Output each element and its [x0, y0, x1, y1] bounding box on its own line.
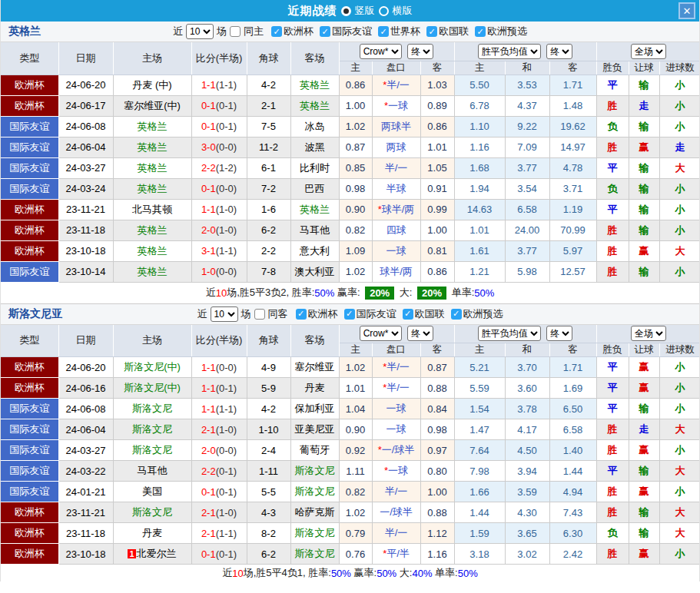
match-row: 国际友谊24-06-04英格兰3-0(0-0)11-2波黑0.87两球1.011…: [1, 137, 700, 157]
same-venue-checkbox[interactable]: [254, 309, 265, 320]
summary-part: 赢率:: [351, 566, 377, 580]
result-outcome: 胜: [596, 261, 629, 282]
handicap-home-odds: 0.79: [339, 523, 372, 544]
odds-home-win: 1.47: [454, 419, 505, 440]
euro-odds-type-select[interactable]: 胜平负均值: [478, 44, 541, 59]
competition-checkbox[interactable]: ✓: [344, 309, 355, 320]
competition-checkbox[interactable]: ✓: [296, 309, 307, 320]
competition-checkbox[interactable]: ✓: [426, 26, 437, 37]
result-handicap: 输: [629, 461, 659, 482]
result-outcome: 胜: [596, 419, 629, 440]
games-label: 场: [217, 25, 227, 38]
recent-count-select[interactable]: 10: [186, 24, 214, 39]
competition-checkbox[interactable]: ✓: [320, 26, 330, 37]
match-date: 23-10-18: [58, 544, 113, 565]
competition-label: 欧洲杯: [284, 25, 314, 38]
bookmaker-select[interactable]: Crow*: [360, 44, 402, 59]
match-date: 23-10-14: [58, 261, 113, 282]
match-date: 23-11-18: [58, 220, 113, 240]
result-goals: 大: [659, 461, 700, 482]
close-button[interactable]: ✕: [678, 2, 695, 19]
handicap-away-odds: 1.16: [420, 544, 454, 565]
col-handicap-away: 客: [420, 61, 454, 75]
result-goals: 大: [659, 502, 700, 523]
result-goals: 小: [659, 199, 700, 220]
odds-home-win: 5.50: [454, 75, 505, 95]
col-corner: 角球: [247, 42, 290, 75]
match-date: 24-06-16: [58, 378, 113, 399]
scope-select[interactable]: 全场: [631, 44, 666, 59]
same-venue-checkbox[interactable]: [230, 26, 241, 37]
recent-count-select[interactable]: 10: [211, 306, 238, 322]
handicap-time-select[interactable]: 终: [407, 44, 433, 59]
home-team: 1北爱尔兰: [113, 544, 191, 565]
match-date: 23-10-18: [58, 240, 113, 261]
handicap-time-select[interactable]: 终: [407, 326, 433, 341]
odds-home-win: 7.64: [454, 440, 505, 461]
col-date: 日期: [58, 325, 113, 357]
col-type: 类型: [1, 42, 58, 75]
handicap-away-odds: 0.81: [420, 240, 454, 261]
corner-count: 6-1: [247, 157, 290, 178]
handicap-home-odds: 0.90: [339, 419, 372, 440]
competition-checkbox[interactable]: ✓: [378, 26, 389, 37]
euro-odds-group-header: 胜平负均值 终: [454, 42, 596, 61]
handicap-line: *一球: [372, 95, 420, 116]
match-row: 欧洲杯24-06-20斯洛文尼(中)1-1(0-0)4-9塞尔维亚1.02*半/…: [1, 357, 700, 378]
score-halftime: 2-0(1-0): [191, 220, 247, 240]
competition-checkbox[interactable]: ✓: [271, 26, 282, 37]
result-goals: 小: [659, 178, 700, 199]
odds-away-win: 1.69: [549, 378, 596, 399]
odds-away-win: 1.71: [549, 75, 596, 95]
handicap-line: 一球: [372, 240, 420, 261]
handicap-group-header: Crow* 终: [339, 325, 454, 343]
close-icon: ✕: [683, 6, 692, 16]
result-outcome: 平: [596, 357, 629, 378]
odds-away-win: 1.19: [549, 199, 596, 220]
euro-odds-type-select[interactable]: 胜平负均值: [478, 326, 541, 341]
result-group-header: 全场: [596, 325, 700, 343]
corner-count: 5-9: [247, 378, 290, 399]
col-odds-home: 主: [454, 343, 505, 357]
competition-checkbox[interactable]: ✓: [403, 309, 413, 320]
bookmaker-select[interactable]: Crow*: [360, 326, 402, 341]
home-team: 斯洛文尼: [113, 399, 191, 419]
match-row: 国际友谊24-03-27斯洛文尼2-0(0-0)2-4葡萄牙0.92*一/球半0…: [1, 440, 700, 461]
competition-checkbox[interactable]: ✓: [451, 309, 462, 320]
near-label: 近: [173, 25, 183, 38]
handicap-home-odds: 1.11: [339, 461, 372, 482]
match-row: 欧洲杯24-06-16斯洛文尼(中)1-1(0-1)5-9丹麦1.01*半/一0…: [1, 378, 700, 399]
vertical-layout-label: 竖版: [355, 4, 375, 18]
summary-part: 20%: [417, 287, 446, 300]
away-team: 冰岛: [290, 116, 339, 137]
match-row: 欧洲杯23-11-18丹麦2-1(1-1)8-2斯洛文尼0.79半/一1.121…: [1, 523, 700, 544]
rank-badge: 1: [128, 549, 135, 558]
scope-select[interactable]: 全场: [631, 326, 666, 341]
filter-controls: 近 10 场 同客 ✓欧洲杯✓国际友谊✓欧国联✓欧洲预选: [197, 306, 503, 322]
handicap-away-odds: 1.00: [420, 482, 454, 502]
col-type: 类型: [1, 325, 58, 357]
col-away: 客场: [290, 42, 339, 75]
result-goals: 大: [659, 157, 700, 178]
odds-home-win: 6.78: [454, 95, 505, 116]
result-goals: 大: [659, 240, 700, 261]
result-handicap: 走: [629, 95, 659, 116]
euro-time-select[interactable]: 终: [546, 44, 572, 59]
result-handicap: 输: [629, 399, 659, 419]
result-goals: 大: [659, 419, 700, 440]
vertical-layout-radio[interactable]: [341, 6, 351, 16]
col-result-handicap: 让球: [629, 61, 659, 75]
handicap-line: 半/一: [372, 523, 420, 544]
euro-time-select[interactable]: 终: [546, 326, 572, 341]
horizontal-layout-radio[interactable]: [379, 6, 389, 16]
summary-part: 50%: [458, 568, 478, 579]
competition-checkbox[interactable]: ✓: [475, 26, 486, 37]
home-team: 美国: [113, 482, 191, 502]
competition-type-badge: 国际友谊: [1, 419, 58, 440]
handicap-home-odds: 0.90: [339, 199, 372, 220]
handicap-line: 半/一: [372, 157, 420, 178]
handicap-line: *一/球半: [372, 440, 420, 461]
away-team: 英格兰: [290, 95, 339, 116]
score-halftime: 2-2(0-1): [191, 461, 247, 482]
home-team: 斯洛文尼: [113, 419, 191, 440]
